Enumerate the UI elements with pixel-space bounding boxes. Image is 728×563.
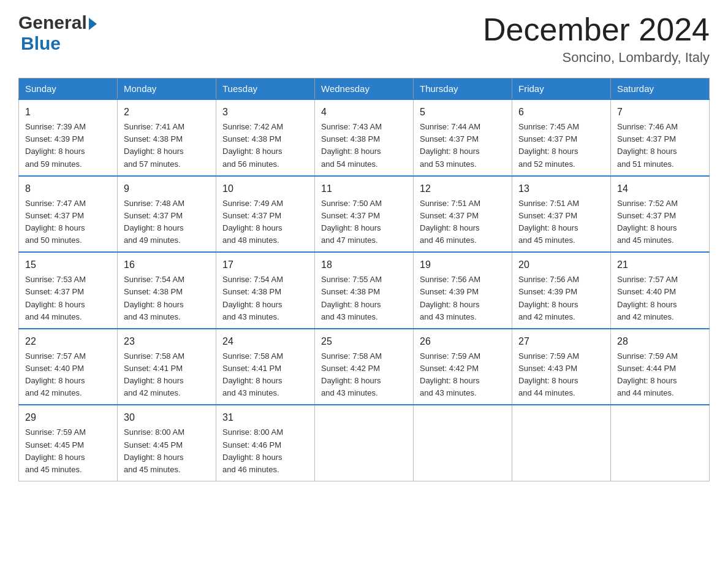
day-number: 23	[124, 334, 210, 349]
day-info: Sunrise: 7:50 AMSunset: 4:37 PMDaylight:…	[321, 199, 382, 245]
day-cell-11: 11Sunrise: 7:50 AMSunset: 4:37 PMDayligh…	[315, 176, 414, 253]
day-cell-8: 8Sunrise: 7:47 AMSunset: 4:37 PMDaylight…	[19, 176, 118, 253]
day-number: 16	[124, 258, 210, 272]
day-cell-20: 20Sunrise: 7:56 AMSunset: 4:39 PMDayligh…	[512, 252, 611, 329]
empty-cell	[414, 405, 512, 481]
day-number: 1	[25, 105, 111, 120]
day-number: 9	[124, 182, 210, 196]
day-number: 17	[222, 258, 308, 272]
day-info: Sunrise: 7:42 AMSunset: 4:38 PMDaylight:…	[222, 122, 283, 168]
weekday-header-thursday: Thursday	[414, 79, 512, 100]
day-info: Sunrise: 7:55 AMSunset: 4:38 PMDaylight:…	[321, 275, 382, 321]
day-info: Sunrise: 7:58 AMSunset: 4:42 PMDaylight:…	[321, 351, 382, 397]
day-number: 4	[321, 105, 407, 120]
day-cell-28: 28Sunrise: 7:59 AMSunset: 4:44 PMDayligh…	[611, 329, 710, 405]
day-cell-5: 5Sunrise: 7:44 AMSunset: 4:37 PMDaylight…	[414, 99, 512, 176]
week-row-4: 22Sunrise: 7:57 AMSunset: 4:40 PMDayligh…	[19, 329, 710, 405]
day-number: 25	[321, 334, 407, 349]
day-cell-9: 9Sunrise: 7:48 AMSunset: 4:37 PMDaylight…	[118, 176, 216, 253]
day-info: Sunrise: 7:39 AMSunset: 4:39 PMDaylight:…	[25, 122, 86, 168]
day-cell-3: 3Sunrise: 7:42 AMSunset: 4:38 PMDaylight…	[216, 99, 315, 176]
day-info: Sunrise: 7:56 AMSunset: 4:39 PMDaylight:…	[420, 275, 480, 321]
day-number: 2	[124, 105, 210, 120]
day-cell-23: 23Sunrise: 7:58 AMSunset: 4:41 PMDayligh…	[118, 329, 216, 405]
day-number: 15	[25, 258, 111, 272]
day-cell-26: 26Sunrise: 7:59 AMSunset: 4:42 PMDayligh…	[414, 329, 512, 405]
day-cell-18: 18Sunrise: 7:55 AMSunset: 4:38 PMDayligh…	[315, 252, 414, 329]
empty-cell	[315, 405, 414, 481]
day-info: Sunrise: 8:00 AMSunset: 4:45 PMDaylight:…	[124, 427, 184, 473]
day-number: 8	[25, 182, 111, 196]
day-cell-6: 6Sunrise: 7:45 AMSunset: 4:37 PMDaylight…	[512, 99, 611, 176]
day-cell-30: 30Sunrise: 8:00 AMSunset: 4:45 PMDayligh…	[118, 405, 216, 481]
empty-cell	[611, 405, 710, 481]
day-number: 12	[420, 182, 506, 196]
day-info: Sunrise: 7:59 AMSunset: 4:43 PMDaylight:…	[518, 351, 579, 397]
weekday-header-monday: Monday	[118, 79, 216, 100]
day-info: Sunrise: 7:43 AMSunset: 4:38 PMDaylight:…	[321, 122, 382, 168]
day-info: Sunrise: 7:49 AMSunset: 4:37 PMDaylight:…	[222, 199, 283, 245]
month-year-title: December 2024	[483, 12, 710, 47]
day-number: 18	[321, 258, 407, 272]
weekday-header-tuesday: Tuesday	[216, 79, 315, 100]
day-cell-7: 7Sunrise: 7:46 AMSunset: 4:37 PMDaylight…	[611, 99, 710, 176]
weekday-header-wednesday: Wednesday	[315, 79, 414, 100]
title-block: December 2024 Soncino, Lombardy, Italy	[483, 12, 710, 66]
day-number: 3	[222, 105, 308, 120]
day-number: 14	[617, 182, 703, 196]
day-cell-4: 4Sunrise: 7:43 AMSunset: 4:38 PMDaylight…	[315, 99, 414, 176]
logo: General Blue	[18, 12, 97, 54]
day-cell-1: 1Sunrise: 7:39 AMSunset: 4:39 PMDaylight…	[19, 99, 118, 176]
weekday-header-friday: Friday	[512, 79, 611, 100]
day-number: 5	[420, 105, 506, 120]
day-cell-25: 25Sunrise: 7:58 AMSunset: 4:42 PMDayligh…	[315, 329, 414, 405]
day-info: Sunrise: 8:00 AMSunset: 4:46 PMDaylight:…	[222, 427, 283, 473]
day-info: Sunrise: 7:54 AMSunset: 4:38 PMDaylight:…	[124, 275, 184, 321]
day-number: 21	[617, 258, 703, 272]
calendar-table: SundayMondayTuesdayWednesdayThursdayFrid…	[18, 78, 710, 481]
day-cell-2: 2Sunrise: 7:41 AMSunset: 4:38 PMDaylight…	[118, 99, 216, 176]
day-info: Sunrise: 7:59 AMSunset: 4:44 PMDaylight:…	[617, 351, 678, 397]
day-info: Sunrise: 7:51 AMSunset: 4:37 PMDaylight:…	[518, 199, 579, 245]
weekday-header-row: SundayMondayTuesdayWednesdayThursdayFrid…	[19, 79, 710, 100]
day-number: 20	[518, 258, 604, 272]
day-number: 13	[518, 182, 604, 196]
day-info: Sunrise: 7:53 AMSunset: 4:37 PMDaylight:…	[25, 275, 86, 321]
day-cell-21: 21Sunrise: 7:57 AMSunset: 4:40 PMDayligh…	[611, 252, 710, 329]
week-row-2: 8Sunrise: 7:47 AMSunset: 4:37 PMDaylight…	[19, 176, 710, 253]
day-number: 19	[420, 258, 506, 272]
week-row-3: 15Sunrise: 7:53 AMSunset: 4:37 PMDayligh…	[19, 252, 710, 329]
day-number: 7	[617, 105, 703, 120]
day-cell-19: 19Sunrise: 7:56 AMSunset: 4:39 PMDayligh…	[414, 252, 512, 329]
day-cell-14: 14Sunrise: 7:52 AMSunset: 4:37 PMDayligh…	[611, 176, 710, 253]
day-info: Sunrise: 7:59 AMSunset: 4:42 PMDaylight:…	[420, 351, 480, 397]
empty-cell	[512, 405, 611, 481]
day-cell-31: 31Sunrise: 8:00 AMSunset: 4:46 PMDayligh…	[216, 405, 315, 481]
day-cell-16: 16Sunrise: 7:54 AMSunset: 4:38 PMDayligh…	[118, 252, 216, 329]
day-info: Sunrise: 7:56 AMSunset: 4:39 PMDaylight:…	[518, 275, 579, 321]
day-number: 27	[518, 334, 604, 349]
day-info: Sunrise: 7:58 AMSunset: 4:41 PMDaylight:…	[124, 351, 184, 397]
day-cell-12: 12Sunrise: 7:51 AMSunset: 4:37 PMDayligh…	[414, 176, 512, 253]
weekday-header-sunday: Sunday	[19, 79, 118, 100]
day-info: Sunrise: 7:44 AMSunset: 4:37 PMDaylight:…	[420, 122, 480, 168]
location-subtitle: Soncino, Lombardy, Italy	[483, 50, 710, 66]
day-cell-29: 29Sunrise: 7:59 AMSunset: 4:45 PMDayligh…	[19, 405, 118, 481]
day-number: 11	[321, 182, 407, 196]
day-cell-15: 15Sunrise: 7:53 AMSunset: 4:37 PMDayligh…	[19, 252, 118, 329]
day-cell-24: 24Sunrise: 7:58 AMSunset: 4:41 PMDayligh…	[216, 329, 315, 405]
day-cell-22: 22Sunrise: 7:57 AMSunset: 4:40 PMDayligh…	[19, 329, 118, 405]
day-info: Sunrise: 7:51 AMSunset: 4:37 PMDaylight:…	[420, 199, 480, 245]
weekday-header-saturday: Saturday	[611, 79, 710, 100]
day-number: 6	[518, 105, 604, 120]
day-info: Sunrise: 7:45 AMSunset: 4:37 PMDaylight:…	[518, 122, 579, 168]
day-info: Sunrise: 7:41 AMSunset: 4:38 PMDaylight:…	[124, 122, 184, 168]
day-info: Sunrise: 7:48 AMSunset: 4:37 PMDaylight:…	[124, 199, 184, 245]
logo-blue-text: Blue	[21, 33, 61, 53]
day-cell-17: 17Sunrise: 7:54 AMSunset: 4:38 PMDayligh…	[216, 252, 315, 329]
day-info: Sunrise: 7:59 AMSunset: 4:45 PMDaylight:…	[25, 427, 86, 473]
week-row-1: 1Sunrise: 7:39 AMSunset: 4:39 PMDaylight…	[19, 99, 710, 176]
day-info: Sunrise: 7:52 AMSunset: 4:37 PMDaylight:…	[617, 199, 678, 245]
logo-general-text: General	[18, 12, 87, 33]
day-cell-27: 27Sunrise: 7:59 AMSunset: 4:43 PMDayligh…	[512, 329, 611, 405]
